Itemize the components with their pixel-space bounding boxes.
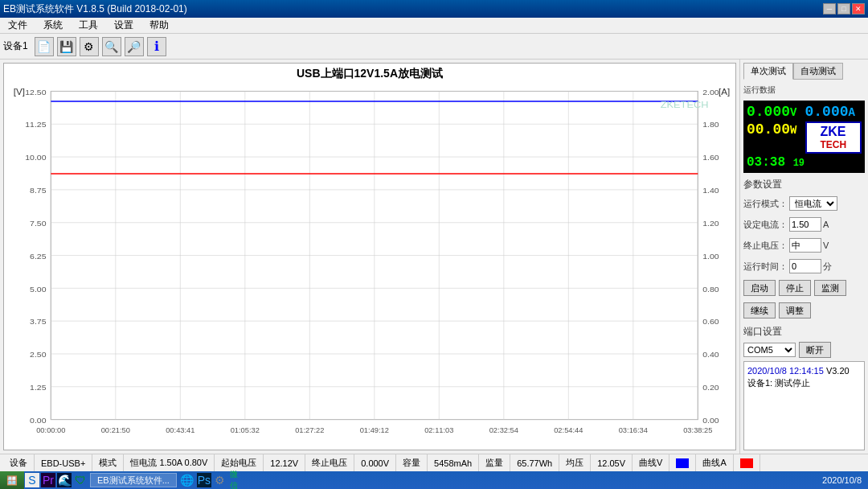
- zoom-button[interactable]: 🔎: [125, 37, 144, 56]
- menu-help[interactable]: 帮助: [145, 17, 174, 34]
- svg-text:0.00: 0.00: [702, 416, 719, 424]
- taskbar-icon-s[interactable]: S: [25, 473, 39, 487]
- status-endv-label: 终止电压: [312, 457, 347, 469]
- svg-text:02:54:44: 02:54:44: [554, 427, 583, 434]
- taskbar-icon-photoshop[interactable]: Ps: [197, 473, 211, 487]
- taskbar-icon-premiere[interactable]: Pr: [41, 473, 55, 487]
- toolbar: 设备1 📄 💾 ⚙ 🔍 🔎 ℹ: [0, 34, 868, 60]
- tech-brand: TECH: [820, 139, 846, 150]
- status-curvev-label: 曲线V: [639, 457, 662, 469]
- status-device: EBD-USB+: [41, 458, 85, 468]
- search-button[interactable]: 🔍: [102, 37, 121, 56]
- menu-settings[interactable]: 设置: [109, 17, 138, 34]
- svg-text:1.80: 1.80: [702, 121, 719, 129]
- taskbar-icon-shield[interactable]: 🛡: [73, 473, 88, 487]
- window-controls: ─ □ ✕: [823, 3, 865, 14]
- tab-single[interactable]: 单次测试: [743, 63, 793, 80]
- taskbar-app-eb[interactable]: EB测试系统软件...: [90, 473, 177, 487]
- svg-text:[A]: [A]: [719, 87, 730, 96]
- status-curvev-header: 曲线V: [633, 454, 669, 471]
- zke-brand: ZKE: [820, 125, 846, 139]
- taskbar-icon-globe[interactable]: 🌐: [180, 473, 194, 487]
- svg-text:6.25: 6.25: [30, 252, 47, 260]
- taskbar-icon-wave[interactable]: 🌊: [57, 473, 72, 487]
- voltage-row: 终止电压： V: [743, 238, 865, 253]
- status-curvev-value: [669, 454, 696, 471]
- tab-auto[interactable]: 自动测试: [793, 63, 843, 80]
- menu-bar: 文件 系统 工具 设置 帮助: [0, 18, 868, 34]
- info-button[interactable]: ℹ: [147, 37, 166, 56]
- time-input[interactable]: [789, 259, 821, 273]
- mode-row: 运行模式： 恒电流 恒电压 恒功率 恒电阻: [743, 196, 865, 211]
- start-button[interactable]: 启动: [743, 280, 776, 296]
- status-device-value: EBD-USB+: [35, 454, 92, 471]
- svg-text:8.75: 8.75: [30, 187, 47, 195]
- taskbar-icon-gear[interactable]: ⚙: [213, 473, 227, 487]
- control-row-1: 启动 停止 监测: [743, 280, 865, 296]
- menu-system[interactable]: 系统: [39, 17, 68, 34]
- time-value: 03:38: [747, 155, 785, 170]
- status-startv: 12.12V: [270, 458, 298, 468]
- mode-select[interactable]: 恒电流 恒电压 恒功率 恒电阻: [789, 196, 837, 211]
- status-curvea-value: [734, 454, 760, 471]
- time-unit-label: 分: [823, 261, 832, 273]
- port-section-title: 端口设置: [743, 325, 865, 339]
- chart-container: ZKETECH 12.50 11.25 10.00 8.75 7.50 6.25…: [4, 83, 735, 445]
- stop-button[interactable]: 停止: [779, 280, 811, 296]
- new-button[interactable]: 📄: [35, 37, 54, 56]
- svg-text:00:43:41: 00:43:41: [166, 427, 194, 434]
- svg-text:02:11:03: 02:11:03: [424, 427, 453, 434]
- svg-text:[V]: [V]: [14, 87, 25, 96]
- disconnect-button[interactable]: 断开: [799, 342, 831, 358]
- chart-area: USB上端口12V1.5A放电测试: [3, 63, 736, 450]
- svg-text:01:49:12: 01:49:12: [360, 427, 389, 434]
- voltage-display: 0.000V: [747, 104, 804, 120]
- status-capacity-value: 5458mAh: [428, 454, 479, 471]
- port-row: COM5 COM1 COM2 断开: [743, 342, 865, 358]
- voltage-input[interactable]: [789, 238, 821, 253]
- chart-title: USB上端口12V1.5A放电测试: [4, 64, 735, 83]
- minimize-button[interactable]: ─: [823, 3, 836, 14]
- svg-text:0.20: 0.20: [702, 383, 719, 391]
- menu-file[interactable]: 文件: [3, 17, 32, 34]
- status-energy-label: 监量: [485, 457, 503, 469]
- time-seconds: 19: [793, 158, 805, 169]
- current-input[interactable]: [789, 217, 821, 232]
- log-entry-0: 2020/10/8 12:14:15 V3.20 设备1: 测试停止: [747, 365, 861, 390]
- current-unit: A: [849, 106, 855, 119]
- monitor-button[interactable]: 监测: [814, 280, 846, 296]
- status-endv: 0.000V: [361, 458, 389, 468]
- status-mode-label: 模式: [99, 457, 117, 469]
- status-avgv-label: 均压: [566, 457, 583, 469]
- voltage-label: 终止电压：: [743, 240, 788, 252]
- time-row: 运行时间： 分: [743, 259, 865, 273]
- status-bar: 设备 EBD-USB+ 模式 恒电流 1.50A 0.80V 起始电压 12.1…: [0, 454, 868, 471]
- taskbar-icon-wechat[interactable]: 微信: [230, 473, 244, 487]
- status-endv-header: 终止电压: [305, 454, 354, 471]
- svg-text:02:32:54: 02:32:54: [489, 427, 518, 434]
- svg-text:00:21:50: 00:21:50: [101, 427, 130, 434]
- port-select[interactable]: COM5 COM1 COM2: [743, 343, 796, 357]
- log-version: V3.20: [826, 366, 850, 376]
- windows-icon: 🪟: [6, 475, 18, 486]
- settings-button[interactable]: ⚙: [80, 37, 99, 56]
- status-startv-label: 起始电压: [221, 457, 256, 469]
- voltage-value: 0.000: [747, 104, 790, 120]
- svg-text:00:00:00: 00:00:00: [36, 427, 65, 434]
- adjust-button[interactable]: 调整: [779, 302, 811, 318]
- resume-button[interactable]: 继续: [743, 302, 776, 318]
- status-capacity-label: 容量: [403, 457, 420, 469]
- maximize-button[interactable]: □: [837, 3, 850, 14]
- menu-tools[interactable]: 工具: [74, 17, 103, 34]
- power-display: 00.00W: [747, 121, 804, 154]
- title-text: EB测试系统软件 V1.8.5 (Build 2018-02-01): [3, 2, 187, 16]
- close-button[interactable]: ✕: [852, 3, 865, 14]
- save-button[interactable]: 💾: [57, 37, 76, 56]
- curve-a-color: [740, 458, 753, 468]
- status-endv-value: 0.000V: [354, 454, 396, 471]
- main-content: USB上端口12V1.5A放电测试: [0, 60, 868, 454]
- svg-text:03:38:25: 03:38:25: [683, 427, 712, 434]
- start-menu-button[interactable]: 🪟: [0, 471, 24, 489]
- device-label: 设备1: [3, 39, 28, 53]
- svg-text:3.75: 3.75: [30, 318, 47, 326]
